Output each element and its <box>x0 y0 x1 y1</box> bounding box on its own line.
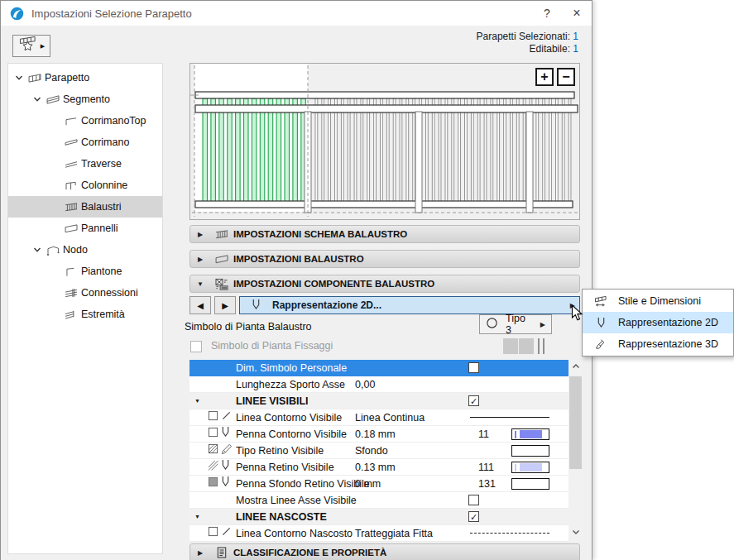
component-icon <box>210 278 233 290</box>
zoom-in-button[interactable]: + <box>535 68 554 86</box>
table-row[interactable]: Penna Sfondo Retino Visibile0 mm131 <box>189 476 568 492</box>
menu-item-stile-e-dimensioni[interactable]: Stile e Dimensioni <box>583 290 733 312</box>
hatchpen-icon <box>221 443 233 459</box>
prev-page-button[interactable]: ◀ <box>189 296 211 314</box>
balusters-icon <box>210 229 233 240</box>
rails-icon <box>61 159 81 170</box>
tree-item-corrimano[interactable]: Corrimano <box>8 132 162 153</box>
tree-item-label: Nodo <box>63 244 88 256</box>
pen-color-swatch[interactable] <box>511 478 549 490</box>
pen-number: 131 <box>478 476 496 492</box>
table-scrollbar[interactable] <box>568 360 583 542</box>
railing-elevation-drawing <box>190 64 579 219</box>
table-row[interactable]: ▼LINEE VISIBILI✓ <box>189 393 568 409</box>
close-button[interactable]: × <box>562 1 592 26</box>
fixings-checkbox[interactable] <box>190 341 202 352</box>
section-componente-balaustro[interactable]: ▼ IMPOSTAZIONI COMPONENTE BALAUSTRO <box>189 275 580 293</box>
row-label: Penna Retino Visibile <box>236 459 334 476</box>
row-value[interactable]: Linea Continua <box>355 409 425 426</box>
editable-value: 1 <box>573 43 578 55</box>
row-checkbox[interactable]: ✓ <box>468 511 479 522</box>
section-schema-balaustro[interactable]: ▶ IMPOSTAZIONI SCHEMA BALAUSTRO <box>189 225 580 243</box>
tree-item-label: Connessioni <box>81 287 138 299</box>
group-collapse-icon[interactable]: ▼ <box>194 393 200 409</box>
row-label: Linea Contorno Visibile <box>236 409 342 426</box>
row-value[interactable]: 0.18 mm <box>355 426 396 443</box>
tree-item-nodo[interactable]: Nodo <box>8 239 162 261</box>
flyout-arrow-icon: ▶ <box>540 321 545 328</box>
tree-item-piantone[interactable]: Piantone <box>8 261 162 282</box>
group-collapse-icon[interactable]: ▼ <box>194 509 200 525</box>
row-checkbox[interactable] <box>468 362 479 373</box>
help-button[interactable]: ? <box>532 1 562 26</box>
table-row[interactable]: Penna Retino Visibile0.13 mm111 <box>189 459 568 476</box>
scrollbar-thumb[interactable] <box>569 376 582 469</box>
railing-preview[interactable]: + − <box>189 63 580 220</box>
table-row[interactable]: Dim. Simbolo Personale <box>189 360 568 376</box>
connections-icon <box>61 288 81 299</box>
table-row[interactable]: Penna Contorno Visibile0.18 mm11 <box>189 426 568 443</box>
row-label: Penna Sfondo Retino Visibile <box>236 476 370 492</box>
table-row[interactable]: Mostra Linee Asse Visibile <box>189 492 568 509</box>
row-checkbox[interactable] <box>468 495 479 505</box>
zoom-out-button[interactable]: − <box>557 68 575 86</box>
section-label: IMPOSTAZIONI SCHEMA BALAUSTRO <box>233 229 407 239</box>
app-logo-icon <box>10 7 24 21</box>
tree-item-segmento[interactable]: Segmento <box>8 89 162 110</box>
brush-icon <box>593 338 608 350</box>
section-label: IMPOSTAZIONI BALAUSTRO <box>233 254 364 264</box>
tree-item-parapetto[interactable]: Parapetto <box>8 67 162 89</box>
baluster-preview-box <box>503 338 518 354</box>
row-value[interactable]: Tratteggiata Fitta <box>355 525 433 542</box>
section-label: IMPOSTAZIONI COMPONENTE BALAUSTRO <box>233 279 434 289</box>
row-value[interactable]: Sfondo <box>355 443 388 459</box>
chevron-down-icon[interactable] <box>31 246 43 254</box>
symbol-type-label: Tipo 3 <box>506 313 533 336</box>
chevron-down-icon[interactable] <box>31 95 43 103</box>
table-row[interactable]: Linea Contorno VisibileLinea Continua <box>189 409 568 426</box>
pen-number: 111 <box>478 459 494 476</box>
scroll-down-icon[interactable] <box>568 525 583 538</box>
next-page-button[interactable]: ▶ <box>214 296 236 314</box>
pen-color-swatch[interactable] <box>511 445 549 457</box>
table-row[interactable]: Linea Contorno NascostoTratteggiata Fitt… <box>189 525 568 542</box>
hatchlines-icon <box>208 459 218 476</box>
table-row[interactable]: Tipo Retino VisibileSfondo <box>189 443 568 459</box>
table-row[interactable]: ▼LINEE NASCOSTE✓ <box>189 509 568 525</box>
tree-item-pannelli[interactable]: Pannelli <box>8 218 162 239</box>
row-value[interactable]: 0.13 mm <box>355 459 396 476</box>
scroll-up-icon[interactable] <box>568 360 583 373</box>
favorites-button[interactable]: ▶ <box>12 35 50 57</box>
row-label: LINEE NASCOSTE <box>236 509 327 525</box>
table-row[interactable]: Lunghezza Sporto Asse0,00 <box>189 376 568 393</box>
tree-item-label: Parapetto <box>45 72 89 84</box>
editable-label: Editabile: <box>530 43 570 55</box>
symbol-type-button[interactable]: Tipo 3 ▶ <box>479 314 552 334</box>
tree-item-traverse[interactable]: Traverse <box>8 153 162 175</box>
tree-item-colonnine[interactable]: Colonnine <box>8 175 162 196</box>
solidbox-icon <box>208 476 218 492</box>
tree-item-connessioni[interactable]: Connessioni <box>8 282 162 304</box>
row-value[interactable]: 0 mm <box>355 476 381 492</box>
collapsed-arrow-icon: ▶ <box>190 549 210 557</box>
row-value[interactable]: 0,00 <box>355 376 375 393</box>
section-label: CLASSIFICAZIONE E PROPRIETÀ <box>233 548 386 558</box>
row-icons <box>208 459 230 476</box>
tree-item-corrimanotop[interactable]: CorrimanoTop <box>8 110 162 132</box>
pen-icon <box>221 426 230 443</box>
menu-item-rappresentazione-3d[interactable]: Rappresentazione 3D <box>583 333 733 355</box>
page-selector-dropdown[interactable]: Rappresentazione 2D... ▶ <box>239 296 580 314</box>
chevron-down-icon[interactable] <box>13 74 25 82</box>
baluster-preview-box <box>519 338 534 354</box>
section-balaustro[interactable]: ▶ IMPOSTAZIONI BALAUSTRO <box>189 250 580 268</box>
section-classificazione[interactable]: ▶ CLASSIFICAZIONE E PROPRIETÀ <box>189 543 580 560</box>
tree-item-estremità[interactable]: Estremità <box>8 304 162 325</box>
menu-item-label: Rappresentazione 3D <box>618 338 718 350</box>
menu-item-rappresentazione-2d[interactable]: Rappresentazione 2D <box>583 312 733 333</box>
pen-color-swatch[interactable] <box>511 428 549 440</box>
pen-color-swatch[interactable] <box>511 462 549 473</box>
toprail-icon <box>61 116 81 127</box>
tree-item-balaustri[interactable]: Balaustri <box>8 196 162 218</box>
row-checkbox[interactable]: ✓ <box>468 395 479 406</box>
pen-icon <box>593 317 608 328</box>
